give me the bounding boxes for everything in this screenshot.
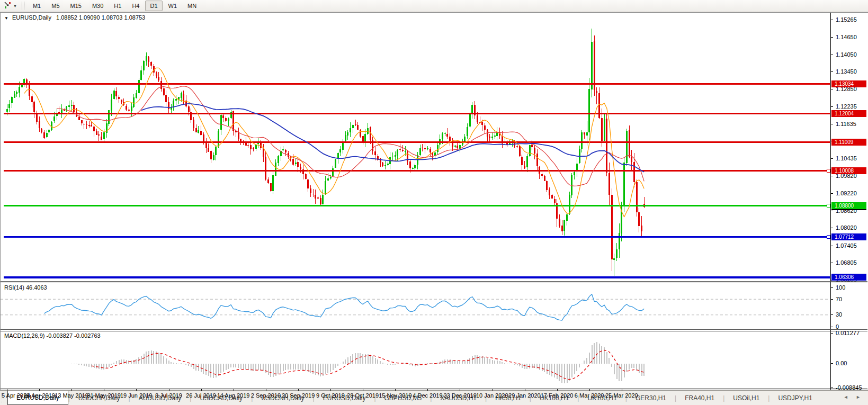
rsi-axis-label: 70 [836, 296, 842, 302]
date-axis-label: 31 May 2019 [87, 392, 121, 399]
pane-separator[interactable] [1, 329, 867, 330]
axis-tick-mark [831, 263, 833, 263]
level-price-tag: 1.08800 [831, 202, 866, 209]
axis-tick-mark [831, 388, 833, 388]
macd-axis-label: 0.00 [836, 360, 847, 366]
chart-window: ▼ EURUSD,Daily 1.08852 1.09090 1.08703 1… [0, 12, 868, 390]
rsi-axis-label: 30 [836, 311, 842, 318]
axis-tick-mark [831, 228, 833, 228]
axis-tick-mark [831, 176, 833, 176]
chart-cursor-icon [4, 1, 12, 11]
date-axis-label: 17 Feb 2020 [541, 392, 574, 399]
top-toolbar: ▼ M1M5M15M30H1H4D1W1MN [0, 0, 868, 12]
level-price-tag: 1.12004 [831, 110, 866, 117]
date-axis-label: 6 Mar 2020 [575, 392, 604, 399]
axis-tick-mark [831, 71, 833, 72]
price-axis: 1.152651.146501.140501.134501.128501.122… [830, 13, 868, 390]
price-axis-label: 1.10435 [836, 155, 857, 161]
price-axis-label: 1.11635 [836, 121, 856, 127]
date-tick-mark [266, 389, 266, 391]
pane-separator[interactable] [1, 331, 867, 331]
level-price-tag: 1.10008 [831, 167, 866, 174]
pane-separator[interactable] [1, 283, 867, 283]
price-chart-pane[interactable] [1, 13, 830, 281]
pane-separator[interactable] [1, 281, 867, 282]
axis-tick-mark [831, 299, 833, 300]
collapse-caret-icon[interactable]: ▼ [4, 16, 8, 21]
price-axis-label: 1.14650 [836, 34, 857, 40]
price-axis-label: 1.06805 [836, 259, 857, 266]
level-price-tag: 1.07712 [831, 233, 866, 240]
axis-tick-mark [831, 363, 833, 364]
axis-tick-mark [831, 158, 833, 159]
level-drag-handle[interactable] [827, 169, 830, 173]
timeframe-buttons: M1M5M15M30H1H4D1W1MN [28, 1, 202, 11]
date-axis-label: 20 Sep 2019 [282, 392, 315, 399]
date-axis-label: 19 Jun 2019 [120, 392, 153, 399]
axis-tick-mark [831, 89, 833, 89]
axis-tick-mark [831, 20, 833, 20]
price-axis-label: 1.09220 [836, 190, 857, 196]
date-tick-mark [104, 389, 104, 391]
date-tick-mark [136, 389, 137, 391]
price-axis-label: 1.14050 [836, 51, 857, 58]
rsi-indicator-pane[interactable] [1, 283, 830, 329]
date-tick-mark [298, 389, 299, 391]
timeframe-button-w1[interactable]: W1 [164, 1, 182, 11]
axis-tick-mark [831, 55, 833, 55]
date-tick-mark [201, 389, 202, 391]
date-tick-mark [557, 389, 558, 391]
toolbar-drag-grip[interactable] [22, 2, 24, 10]
price-axis-label: 1.15265 [836, 16, 857, 23]
date-axis-label: 23 Dec 2019 [443, 392, 476, 399]
axis-tick-mark [831, 124, 833, 124]
axis-tick-mark [831, 106, 833, 107]
chart-cursor-tool[interactable]: ▼ [1, 0, 20, 12]
date-tick-mark [363, 389, 363, 391]
date-axis-label: 10 Jan 2020 [476, 392, 508, 399]
date-axis-label: 2 Sep 2019 [251, 392, 281, 399]
level-price-tag: 1.13034 [831, 80, 866, 87]
level-price-tag: 1.06306 [831, 274, 866, 281]
date-tick-mark [589, 389, 590, 391]
chart-ohlc-values: 1.08852 1.09090 1.08703 1.08753 [56, 14, 145, 21]
timeframe-button-h4[interactable]: H4 [127, 1, 144, 11]
price-axis-label: 1.07405 [836, 242, 857, 249]
level-drag-handle[interactable] [827, 204, 830, 208]
price-axis-label: 1.13450 [836, 68, 857, 75]
rsi-axis-label: 100 [836, 284, 845, 291]
chart-title: ▼ EURUSD,Daily 1.08852 1.09090 1.08703 1… [4, 14, 145, 21]
date-tick-mark [234, 389, 234, 391]
axis-tick-mark [831, 246, 833, 246]
date-tick-mark [622, 389, 622, 391]
timeframe-button-m15[interactable]: M15 [66, 1, 86, 11]
timeframe-button-m1[interactable]: M1 [28, 1, 46, 11]
date-axis-label: 14 Aug 2019 [217, 392, 250, 399]
axis-tick-mark [831, 327, 833, 327]
axis-tick-mark [831, 287, 833, 288]
rsi-axis-label: 0 [836, 323, 839, 330]
timeframe-button-mn[interactable]: MN [183, 1, 201, 11]
date-axis-label: 28 Oct 2019 [347, 392, 379, 399]
date-axis-label: 9 Oct 2019 [316, 392, 345, 399]
date-tick-mark [71, 389, 72, 391]
date-tick-mark [460, 389, 460, 391]
timeframe-button-d1[interactable]: D1 [145, 1, 162, 11]
axis-tick-mark [831, 193, 833, 194]
axis-tick-mark [831, 314, 833, 315]
date-axis-label: 26 Jul 2019 [186, 392, 216, 399]
date-tick-mark [7, 389, 7, 391]
timeframe-button-m30[interactable]: M30 [87, 1, 108, 11]
timeframe-button-m5[interactable]: M5 [47, 1, 64, 11]
date-tick-mark [39, 389, 40, 391]
level-price-tag: 1.11009 [831, 139, 866, 146]
date-axis-label: 24 Apr 2019 [24, 392, 55, 399]
level-drag-handle[interactable] [827, 235, 830, 239]
date-tick-mark [427, 389, 428, 391]
macd-indicator-pane[interactable] [1, 331, 830, 389]
date-tick-mark [330, 389, 331, 391]
date-tick-mark [395, 389, 396, 391]
timeframe-button-h1[interactable]: H1 [109, 1, 126, 11]
price-axis-label: 1.08020 [836, 224, 857, 231]
date-tick-mark [525, 389, 525, 391]
